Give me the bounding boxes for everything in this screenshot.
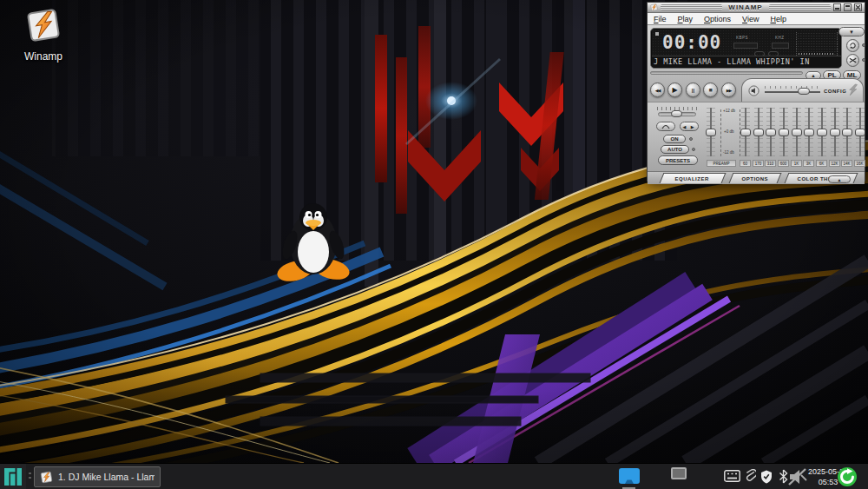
tray-app-icon[interactable] [671, 467, 687, 479]
config-label[interactable]: CONFIG [824, 89, 846, 94]
titlebar-ridges-left [661, 4, 722, 10]
previous-button[interactable]: ◀◀ [650, 83, 665, 97]
track-title-ticker[interactable]: J MIKE LLAMA - LLAMA WHIPPIN' IN [652, 56, 842, 67]
taskbar-window-button[interactable]: 1. DJ Mike Llama - Llama... [34, 466, 161, 487]
eq-band-slider-1k[interactable] [792, 108, 801, 156]
lcd-display: 00:00 KBPS KHZ J MIKE LLAMA - LLAMA WHIP… [650, 28, 842, 69]
band-label-6k: 6K [816, 160, 827, 167]
taskbar: 1. DJ Mike Llama - Llama... [0, 463, 868, 489]
eq-scale-rail-left [720, 109, 721, 156]
spectrum-analyzer[interactable] [796, 32, 838, 56]
shield-check-tray-icon[interactable] [760, 470, 773, 484]
collapse-button[interactable]: ▲ [828, 175, 851, 183]
tab-equalizer[interactable]: EQUALIZER [660, 173, 727, 183]
repeat-button[interactable] [846, 39, 859, 52]
bluetooth-tray-icon[interactable] [779, 469, 788, 484]
shuffle-led [862, 58, 865, 62]
app-menu-button[interactable] [0, 464, 26, 489]
speaker-knob-icon[interactable] [748, 85, 760, 96]
volume-slider[interactable] [765, 91, 820, 93]
band-label-1k: 1K [791, 160, 802, 167]
band-label-600: 600 [778, 160, 789, 167]
band-label-170: 170 [753, 160, 764, 167]
seek-bar[interactable] [650, 71, 803, 75]
window-title: WINAMP [725, 3, 766, 11]
repeat-icon [849, 42, 857, 50]
panel-separator-grip [29, 472, 31, 481]
band-label-3k: 3K [803, 160, 814, 167]
menu-view[interactable]: View [742, 15, 759, 23]
eq-auto-button[interactable]: AUTO [661, 145, 689, 154]
stop-button[interactable]: ■ [703, 83, 718, 97]
manjaro-logo-icon [4, 468, 22, 486]
eq-on-led [689, 137, 693, 141]
next-button[interactable]: ▶▶ [721, 83, 736, 97]
winamp-bolt-watermark-icon [846, 83, 859, 96]
eq-band-slider-14k[interactable] [843, 108, 852, 156]
preamp-label: PREAMP [707, 160, 736, 167]
band-label-12k: 12K [829, 160, 840, 167]
eq-band-slider-60[interactable] [741, 108, 750, 156]
winamp-window: WINAMP File Play Options View Help 00:00… [647, 2, 865, 182]
update-notifier-icon[interactable] [837, 466, 858, 487]
khz-label: KHZ [775, 36, 785, 40]
eq-presets-button[interactable]: PRESETS [658, 155, 698, 165]
repeat-led [862, 43, 865, 47]
preamp-slider-handle[interactable] [706, 129, 716, 136]
paperclip-tray-icon[interactable] [745, 469, 756, 484]
playstate-indicator [655, 32, 659, 36]
preamp-slider[interactable] [707, 108, 715, 156]
equalizer-section: ◀ ▶ ON AUTO PRESETS +12 db +0 db -12 db [648, 102, 865, 171]
bitrate-box [733, 43, 758, 49]
band-label-60: 60 [740, 160, 751, 167]
play-button[interactable]: ▶ [667, 83, 682, 97]
winamp-main-player: 00:00 KBPS KHZ J MIKE LLAMA - LLAMA WHIP… [648, 25, 865, 102]
eq-mini-toggle[interactable]: ◀ ▶ [680, 122, 699, 131]
eq-band-slider-16k[interactable] [856, 108, 865, 156]
winamp-bottom-tabs: EQUALIZER OPTIONS COLOR THEMES ▲ [648, 171, 865, 184]
eq-band-slider-600[interactable] [779, 108, 788, 156]
shuffle-button[interactable] [846, 54, 859, 67]
desktop-icon-winamp[interactable]: Winamp [12, 7, 75, 63]
balance-slider-handle[interactable] [671, 110, 682, 117]
eq-band-slider-310[interactable] [766, 108, 775, 156]
menu-play[interactable]: Play [678, 15, 694, 23]
keyboard-tray-icon[interactable] [724, 470, 740, 482]
winamp-titlebar[interactable]: WINAMP [648, 3, 865, 13]
volume-slider-handle[interactable] [798, 88, 810, 95]
titlebar-ridges-right [769, 4, 831, 10]
desktop-monitor-icon[interactable] [618, 468, 641, 486]
eq-scale-top: +12 db [723, 109, 735, 113]
eq-on-button[interactable]: ON [663, 135, 686, 143]
eq-band-slider-12k[interactable] [831, 108, 839, 156]
desktop-icon-label: Winamp [12, 50, 75, 63]
menu-file[interactable]: File [654, 15, 667, 23]
tab-options[interactable]: OPTIONS [729, 173, 782, 183]
shuffle-icon [849, 56, 857, 64]
band-label-310: 310 [765, 160, 776, 167]
menu-options[interactable]: Options [704, 15, 731, 23]
winamp-logo-icon [25, 7, 62, 43]
close-button[interactable] [854, 3, 862, 11]
display-options-dropdown-button[interactable]: ▼ [838, 27, 865, 36]
lcd-upper: 00:00 KBPS KHZ [652, 30, 840, 57]
eq-band-slider-3k[interactable] [805, 108, 813, 156]
band-label-16k: 16K [854, 160, 865, 167]
windowshade-button[interactable] [844, 3, 852, 11]
winamp-task-icon [40, 471, 53, 484]
eq-band-slider-6k[interactable] [818, 108, 826, 156]
time-display[interactable]: 00:00 [662, 32, 721, 53]
eq-band-slider-170[interactable] [754, 108, 763, 156]
kbps-label: KBPS [736, 36, 748, 40]
band-label-14k: 14K [841, 160, 852, 167]
minimize-button[interactable] [833, 3, 841, 11]
eq-scale-bottom: -12 db [723, 150, 734, 155]
eq-knob[interactable] [656, 122, 675, 131]
eq-auto-led [692, 148, 695, 151]
samplerate-box [772, 43, 789, 49]
menu-help[interactable]: Help [770, 15, 786, 23]
knob-curve-icon [661, 122, 670, 129]
desktop-screen: Winamp WINAMP File Play Options View Hel… [0, 0, 868, 489]
pause-button[interactable]: || [686, 83, 700, 97]
eq-scale-mid: +0 db [724, 129, 733, 134]
